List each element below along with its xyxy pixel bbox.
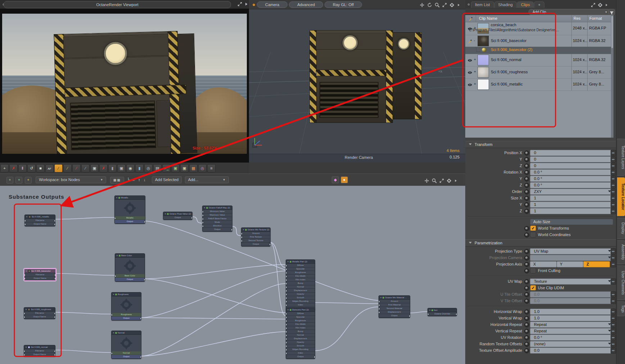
- node-port-row[interactable]: Amount: [241, 232, 270, 235]
- visibility-eye-icon[interactable]: [467, 82, 472, 87]
- spinner-z[interactable]: ◀▶: [611, 182, 616, 188]
- input-port[interactable]: [379, 308, 380, 310]
- clip-row-sci-fi-006-basecolor[interactable]: -Sci fi 006_basecolor1024 x...RGBA 32: [465, 35, 613, 47]
- button-auto-size[interactable]: Auto Size: [530, 219, 613, 225]
- column-clip-name[interactable]: Clip Name: [479, 15, 497, 22]
- kernel-settings-icon[interactable]: ▣: [117, 164, 126, 172]
- output-port[interactable]: [456, 313, 457, 315]
- node-header[interactable]: ▼Metallic Part (2): [286, 260, 315, 264]
- channel-toggle[interactable]: [524, 196, 529, 201]
- spinner-u-tile-offset[interactable]: ◀▶: [611, 291, 616, 298]
- input-z[interactable]: 1: [530, 208, 614, 214]
- graph-node-gear-roughness[interactable]: ▼RoughnessRoughnessOutput: [111, 292, 141, 321]
- spinner-position-x[interactable]: ◀▶: [611, 150, 616, 156]
- tree-icon[interactable]: └: [126, 177, 131, 183]
- input-port[interactable]: [286, 316, 287, 319]
- circle-toggle[interactable]: ●: [341, 176, 348, 183]
- spinner-y[interactable]: ◀▶: [611, 156, 616, 162]
- channel-toggle[interactable]: [524, 202, 529, 207]
- spinner-vertical-repeat[interactable]: ◀▶: [611, 328, 616, 334]
- gear-icon[interactable]: [449, 3, 454, 8]
- output-port[interactable]: [314, 356, 315, 358]
- input-port[interactable]: [286, 352, 287, 355]
- input-y[interactable]: 0.0 °: [530, 176, 614, 182]
- collapse-triangle-icon[interactable]: ▼: [25, 308, 27, 310]
- node-graph[interactable]: Substance Outputs ▼Sci fi 006_metallicFi…: [0, 186, 465, 364]
- node-port-row[interactable]: Displacement: [286, 337, 315, 341]
- input-z[interactable]: 0.0 °: [530, 182, 614, 188]
- graph-node-metallic-part[interactable]: ▼Metallic Part (2)DiffuseSpecularRoughne…: [286, 259, 315, 311]
- copy-buffer-icon[interactable]: ▤: [153, 164, 162, 172]
- node-header[interactable]: ▼Octane Falloff Map (2): [203, 206, 232, 210]
- spinner-vertical-wrap[interactable]: ◀▶: [611, 315, 616, 321]
- filter-button[interactable]: [608, 9, 615, 15]
- output-port[interactable]: [54, 316, 55, 318]
- spinner-z[interactable]: ◀▶: [611, 163, 616, 169]
- spinner-projection-axis[interactable]: ◀▶: [611, 261, 616, 267]
- checkbox-world-transforms[interactable]: ✓: [530, 225, 536, 231]
- input-port[interactable]: [286, 341, 287, 344]
- input-y[interactable]: 0: [530, 156, 614, 162]
- node-header[interactable]: ▼box: [428, 308, 457, 312]
- clip-row-sci-fi-006-metallic[interactable]: +Sci fi 006_metallic1024 x...Grey 8...: [465, 78, 613, 91]
- input-port[interactable]: [379, 300, 380, 303]
- vtab-texture-locator[interactable]: Texture Locator: [617, 177, 625, 216]
- toggle-world-transforms[interactable]: [524, 226, 529, 231]
- channel-toggle[interactable]: [524, 348, 529, 353]
- node-header[interactable]: ▼Octane Mix Material ...: [379, 296, 410, 300]
- channel-toggle[interactable]: [524, 151, 529, 156]
- dropdown-order[interactable]: ZXY: [530, 189, 614, 195]
- input-port[interactable]: [241, 240, 243, 242]
- paint-tool-icon[interactable]: ▮: [108, 164, 117, 172]
- export-spray-icon[interactable]: ▮: [135, 164, 144, 172]
- segment-y[interactable]: Y: [557, 261, 583, 267]
- collapse-triangle-icon[interactable]: ▼: [113, 332, 114, 334]
- graph-node-dielectric-part[interactable]: ▼Dielectric Part (2)DiffuseSpecularRough…: [286, 308, 315, 359]
- tab--[interactable]: +: [534, 1, 544, 8]
- section-parametrization[interactable]: Parametrization: [465, 239, 616, 246]
- node-port-row[interactable]: Roughness: [286, 271, 315, 275]
- node-port-row[interactable]: Diffuse: [286, 264, 315, 267]
- channel-toggle[interactable]: [524, 342, 529, 347]
- focus-picker-icon[interactable]: ∕: [54, 164, 63, 172]
- node-port-row[interactable]: Output: [286, 355, 315, 359]
- collapse-triangle-icon[interactable]: ▼: [380, 296, 382, 299]
- panel-corner-dot[interactable]: [467, 3, 470, 6]
- node-port-row[interactable]: Filename: [24, 312, 55, 315]
- node-port-row[interactable]: First Material: [379, 303, 410, 307]
- input-port[interactable]: [286, 304, 287, 307]
- node-port-row[interactable]: Index: [286, 351, 315, 355]
- channel-toggle[interactable]: [524, 189, 529, 194]
- node-port-row[interactable]: Base Color: [115, 274, 145, 278]
- collapse-triangle-icon[interactable]: ▼: [287, 261, 289, 263]
- toggle-front-culling[interactable]: [524, 268, 529, 273]
- input-port[interactable]: [286, 327, 287, 330]
- node-port-row[interactable]: Second Material: [379, 307, 410, 310]
- input-port[interactable]: [286, 300, 287, 303]
- input-y[interactable]: 1: [530, 202, 614, 208]
- toggle-world-coordinates[interactable]: [524, 232, 529, 238]
- input-port[interactable]: [286, 290, 287, 292]
- channel-toggle[interactable]: [524, 335, 529, 340]
- expand-icon[interactable]: [439, 178, 444, 183]
- vtab-texture-layers[interactable]: Texture Layers: [617, 139, 625, 176]
- input-port[interactable]: [286, 349, 287, 351]
- input-v-tile-offset[interactable]: 0.0: [530, 298, 614, 304]
- input-port[interactable]: [286, 282, 287, 285]
- input-port[interactable]: [241, 236, 243, 239]
- workspace-dropdown[interactable]: Workspace: box Nodes ▼: [36, 176, 106, 183]
- checkbox-front-culling[interactable]: [530, 268, 536, 273]
- clip-row-corsica-beach[interactable]: +corsica_beachC:\Program Files\Allegorit…: [465, 22, 613, 35]
- node-port-row[interactable]: Normal: [286, 285, 315, 289]
- input-port[interactable]: [25, 223, 26, 226]
- move-icon[interactable]: [420, 3, 425, 8]
- input-rotation-x[interactable]: 0.0 °: [530, 169, 614, 175]
- camera-snapshot-icon[interactable]: ◉: [126, 164, 135, 172]
- collapse-triangle-icon[interactable]: ▼: [204, 207, 205, 209]
- clear-buffer-icon[interactable]: ✗: [99, 164, 108, 172]
- channel-toggle[interactable]: [524, 279, 529, 284]
- input-texture-offset-amplitude[interactable]: 0.0: [530, 347, 614, 354]
- node-port-row[interactable]: Output: [379, 314, 410, 318]
- visibility-eye-icon[interactable]: [467, 58, 472, 63]
- collapse-triangle-icon[interactable]: ▼: [429, 309, 431, 311]
